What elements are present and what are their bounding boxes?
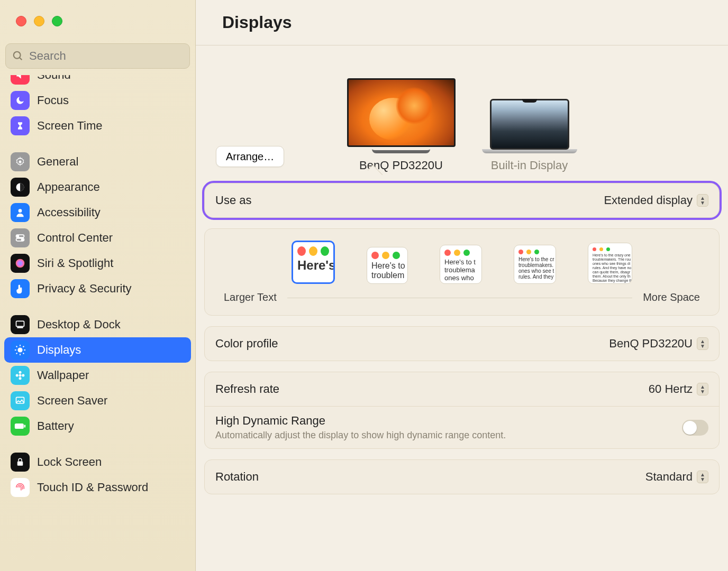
svg-line-18 — [23, 353, 24, 354]
person-icon — [11, 203, 30, 222]
screensv-icon — [11, 391, 30, 410]
appearance-icon — [11, 178, 30, 197]
svg-point-21 — [19, 374, 22, 377]
search-input[interactable] — [28, 49, 183, 63]
svg-point-4 — [19, 209, 22, 213]
sidebar-item-label: Siri & Spotlight — [37, 256, 113, 270]
arrange-button[interactable]: Arrange… — [216, 146, 284, 167]
svg-rect-10 — [16, 321, 24, 326]
hdr-toggle[interactable] — [682, 420, 708, 436]
sidebar-item-accessibility[interactable]: Accessibility — [4, 200, 191, 225]
close-window-button[interactable] — [16, 16, 26, 26]
svg-rect-28 — [24, 425, 26, 427]
resolution-option-4[interactable]: Here's to the crazy one troublemakers. T… — [588, 243, 632, 284]
refresh-rate-select[interactable]: 60 Hertz ▲▼ — [649, 382, 708, 396]
display-item-external[interactable]: BenQ PD3220U — [347, 78, 456, 172]
svg-point-22 — [19, 371, 22, 374]
hourglass-icon — [11, 116, 30, 135]
resolution-option-2[interactable]: Here's to t troublema ones who — [440, 245, 482, 284]
main-pane: Displays BenQ PD3220U Built-in Display — [196, 0, 728, 571]
dropdown-stepper-icon: ▲▼ — [697, 194, 708, 207]
sidebar-item-label: Sound — [37, 75, 71, 82]
builtin-laptop-thumb — [482, 99, 577, 153]
sidebar-item-control-center[interactable]: Control Center — [4, 225, 191, 251]
sidebar-item-wallpaper[interactable]: Wallpaper — [4, 363, 191, 388]
flower-icon — [11, 366, 30, 385]
sidebar-item-lock-screen[interactable]: Lock Screen — [4, 449, 191, 475]
sidebar-item-label: Accessibility — [37, 206, 101, 219]
rotation-label: Rotation — [215, 470, 259, 484]
moon-icon — [11, 91, 30, 110]
dropdown-stepper-icon: ▲▼ — [697, 471, 708, 483]
sidebar-item-siri-spotlight[interactable]: Siri & Spotlight — [4, 251, 191, 276]
svg-line-20 — [23, 346, 24, 347]
color-profile-select[interactable]: BenQ PD3220U ▲▼ — [609, 337, 708, 351]
search-field[interactable] — [5, 43, 190, 69]
sidebar-item-focus[interactable]: Focus — [4, 88, 191, 113]
displays-preview-row: BenQ PD3220U Built-in Display Arrange… — [204, 45, 720, 172]
rotation-value: Standard — [645, 470, 693, 484]
svg-point-9 — [16, 259, 25, 268]
svg-line-1 — [20, 58, 22, 60]
sidebar-item-label: Screen Time — [37, 119, 103, 133]
svg-point-12 — [17, 347, 22, 352]
sidebar-item-desktop-dock[interactable]: Desktop & Dock — [4, 312, 191, 337]
sidebar-item-sound[interactable]: Sound — [4, 75, 191, 88]
sidebar-item-screen-time[interactable]: Screen Time — [4, 113, 191, 139]
sidebar-nav: SoundFocusScreen TimeGeneralAppearanceAc… — [0, 75, 195, 515]
svg-point-24 — [16, 374, 19, 377]
refresh-rate-value: 60 Hertz — [649, 382, 693, 396]
refresh-rate-label: Refresh rate — [215, 382, 279, 396]
sidebar-item-screen-saver[interactable]: Screen Saver — [4, 388, 191, 413]
display-label-builtin: Built-in Display — [491, 159, 568, 172]
minimize-window-button[interactable] — [34, 16, 44, 26]
use-as-select[interactable]: Extended display ▲▼ — [604, 194, 708, 207]
resolution-sample-text: Here's to t troublema ones who — [440, 258, 481, 283]
resolution-sample-text: Here's to troublem — [367, 261, 407, 283]
resolution-tiles: Here'sHere's to troublemHere's to t trou… — [214, 237, 709, 284]
svg-line-19 — [16, 353, 17, 354]
resolution-more-space-label: More Space — [643, 291, 700, 303]
window-controls — [0, 0, 195, 35]
page-title: Displays — [196, 0, 728, 45]
traffic-light-icon — [367, 247, 407, 261]
sidebar-item-privacy-security[interactable]: Privacy & Security — [4, 276, 191, 301]
sidebar-item-displays[interactable]: Displays — [4, 337, 191, 363]
sidebar-item-general[interactable]: General — [4, 149, 191, 174]
fullscreen-window-button[interactable] — [52, 16, 62, 26]
sidebar-item-label: Privacy & Security — [37, 282, 132, 296]
display-item-builtin[interactable]: Built-in Display — [482, 99, 577, 172]
battery-icon — [11, 417, 30, 436]
use-as-label: Use as — [215, 194, 251, 207]
resolution-slider-line — [287, 298, 632, 298]
svg-point-0 — [14, 52, 21, 59]
sidebar: SoundFocusScreen TimeGeneralAppearanceAc… — [0, 0, 196, 571]
resolution-sample-text: Here's to the cr troublemakers. ones who… — [514, 256, 556, 283]
sidebar-item-touch-id-password[interactable]: Touch ID & Password — [4, 475, 191, 500]
resolution-option-3[interactable]: Here's to the cr troublemakers. ones who… — [514, 245, 556, 284]
refresh-hdr-card: Refresh rate 60 Hertz ▲▼ High Dynamic Ra… — [204, 372, 720, 449]
color-profile-label: Color profile — [215, 337, 278, 351]
sidebar-item-battery[interactable]: Battery — [4, 413, 191, 439]
sidebar-item-label: Displays — [37, 343, 81, 357]
lock-icon — [11, 453, 30, 472]
color-profile-value: BenQ PD3220U — [609, 337, 693, 351]
use-as-value: Extended display — [604, 194, 693, 207]
rotation-select[interactable]: Standard ▲▼ — [645, 470, 708, 484]
rotation-card: Rotation Standard ▲▼ — [204, 459, 720, 494]
dropdown-stepper-icon: ▲▼ — [697, 337, 708, 350]
svg-rect-27 — [15, 423, 24, 429]
resolution-sample-text: Here's to the crazy one troublemakers. T… — [588, 253, 632, 283]
sidebar-item-label: Desktop & Dock — [37, 318, 121, 331]
resolution-option-1[interactable]: Here's to troublem — [367, 247, 408, 284]
sidebar-item-label: General — [37, 155, 78, 169]
resolution-card: Here'sHere's to troublemHere's to t trou… — [204, 228, 720, 316]
sun-icon — [11, 340, 30, 360]
svg-point-2 — [19, 161, 22, 163]
hand-icon — [11, 279, 30, 298]
dropdown-stepper-icon: ▲▼ — [697, 383, 708, 395]
sidebar-item-appearance[interactable]: Appearance — [4, 174, 191, 200]
sidebar-item-label: Battery — [37, 419, 74, 433]
traffic-light-icon — [514, 245, 556, 256]
resolution-option-0[interactable]: Here's — [292, 241, 335, 284]
